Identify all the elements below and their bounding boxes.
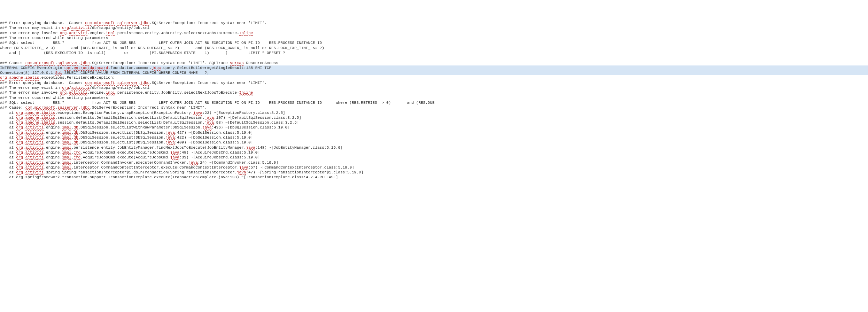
spellcheck-token: org — [16, 165, 23, 170]
log-viewer: ### Error querying database. Cause: com.… — [0, 20, 868, 181]
spellcheck-token: activiti — [25, 155, 44, 159]
log-line[interactable]: at org.activiti.engine.impl.persistence.… — [0, 145, 868, 150]
spellcheck-token: sqlserver — [57, 106, 78, 110]
log-line[interactable]: ### Cause: com.microsoft.sqlserver.jdbc.… — [0, 61, 868, 65]
spellcheck-token: com — [85, 21, 92, 25]
spellcheck-token: jdbc — [80, 61, 90, 65]
spellcheck-token: microsoft — [94, 21, 115, 25]
spellcheck-token: java — [205, 120, 214, 125]
spellcheck-token: activiti — [71, 26, 90, 30]
spellcheck-token: ibatis — [25, 76, 39, 80]
spellcheck-token: org — [16, 116, 23, 120]
log-line[interactable]: at org.springframework.transaction.suppo… — [0, 175, 868, 180]
spellcheck-token: impl — [106, 31, 115, 35]
spellcheck-token: activiti — [69, 91, 87, 95]
log-line[interactable]: at org.apache.ibatis.session.defaults.De… — [0, 120, 868, 125]
log-line[interactable]: at org.activiti.engine.impl.db.DbSqlSess… — [0, 125, 868, 130]
spellcheck-token: impl — [62, 155, 71, 159]
spellcheck-token: db — [73, 140, 78, 145]
spellcheck-token: apache — [9, 76, 23, 80]
spellcheck-token: java — [170, 155, 179, 159]
spellcheck-token: impl — [62, 135, 71, 140]
spellcheck-token: java — [246, 146, 255, 150]
log-line[interactable]: ### The error may exist in org/activiti/… — [0, 25, 868, 30]
spellcheck-token: java — [202, 125, 211, 130]
log-line[interactable]: at org.activiti.engine.impl.cmd.AcquireJ… — [0, 150, 868, 155]
spellcheck-token: cmd — [73, 150, 80, 155]
spellcheck-token: microsoft — [34, 61, 55, 65]
spellcheck-token: Inline — [239, 31, 253, 35]
spellcheck-token: cmd — [73, 155, 80, 159]
log-line[interactable]: at org.activiti.engine.impl.db.DbSqlSess… — [0, 140, 868, 145]
log-line[interactable]: at org.activiti.engine.impl.interceptor.… — [0, 165, 868, 170]
spellcheck-token: org — [60, 91, 67, 95]
spellcheck-token: apache — [25, 111, 39, 115]
spellcheck-token: java — [165, 135, 175, 140]
spellcheck-token: impl — [62, 140, 71, 145]
spellcheck-token: jdbc — [80, 106, 90, 110]
spellcheck-token: db — [73, 131, 78, 135]
spellcheck-token: impl — [62, 125, 71, 130]
log-line[interactable]: ### The error may involve org.activiti.e… — [0, 31, 868, 36]
log-line[interactable]: at org.activiti.spring.SpringTransaction… — [0, 170, 868, 175]
spellcheck-token: activiti — [25, 150, 44, 155]
log-line[interactable]: ### Error querying database. Cause: com.… — [0, 21, 868, 25]
spellcheck-token: org — [60, 31, 67, 35]
log-line[interactable]: ### The error occurred while setting par… — [0, 36, 868, 40]
spellcheck-token: com — [25, 61, 32, 65]
log-line[interactable]: ### The error occurred while setting par… — [0, 95, 868, 100]
log-line[interactable]: ### SQL: select RES.* from ACT_RU_JOB RE… — [0, 40, 868, 45]
spellcheck-token: org — [0, 76, 7, 80]
log-line[interactable]: org.apache.ibatis.exceptions.Persistence… — [0, 75, 868, 80]
spellcheck-token: activiti — [25, 146, 44, 150]
spellcheck-token: microsoft — [34, 106, 55, 110]
spellcheck-token: org — [16, 140, 23, 145]
log-line[interactable]: Connection(8)-127.0.0.1 Sql=SELECT CONFI… — [0, 70, 868, 75]
spellcheck-token: org — [16, 135, 23, 140]
spellcheck-token: activiti — [25, 125, 44, 130]
spellcheck-token: activiti — [25, 165, 44, 170]
log-line[interactable]: INTERNAL_CONFIG EventOrigin=com.entrustd… — [0, 65, 868, 70]
log-line[interactable]: at org.activiti.engine.impl.cmd.AcquireJ… — [0, 155, 868, 160]
spellcheck-token: impl — [106, 91, 115, 95]
spellcheck-token: impl — [62, 161, 71, 165]
spellcheck-token: sqlserver — [57, 61, 78, 65]
spellcheck-token: org — [62, 86, 69, 90]
spellcheck-token: vermas — [230, 61, 244, 65]
spellcheck-token: activiti — [25, 170, 44, 174]
spellcheck-token: com — [85, 81, 92, 85]
spellcheck-token: entrustdatacard — [73, 66, 108, 70]
spellcheck-token: impl — [62, 146, 71, 150]
spellcheck-token: java — [188, 161, 197, 165]
log-line[interactable]: at org.apache.ibatis.exceptions.Exceptio… — [0, 110, 868, 115]
log-line[interactable]: where (RES.RETRIES_ > 0) and (RES.DUEDAT… — [0, 46, 868, 50]
spellcheck-token: ibatis — [41, 111, 55, 115]
log-line[interactable]: ### Error querying database. Cause: com.… — [0, 80, 868, 85]
log-line[interactable]: at org.activiti.engine.impl.db.DbSqlSess… — [0, 135, 868, 140]
log-line[interactable]: ### The error may involve org.activiti.e… — [0, 90, 868, 95]
log-line[interactable]: at org.activiti.engine.impl.db.DbSqlSess… — [0, 130, 868, 135]
spellcheck-token: java — [239, 165, 248, 170]
spellcheck-token: sqlserver — [117, 81, 138, 85]
spellcheck-token: org — [16, 125, 23, 130]
spellcheck-token: java — [237, 170, 246, 174]
spellcheck-token: org — [16, 155, 23, 159]
spellcheck-token: activiti — [25, 161, 44, 165]
log-line[interactable]: ### The error may exist in org/activiti/… — [0, 85, 868, 90]
spellcheck-token: org — [16, 170, 23, 174]
spellcheck-token: org — [16, 111, 23, 115]
log-line[interactable]: at org.activiti.engine.impl.interceptor.… — [0, 160, 868, 165]
log-line[interactable]: and ( (RES.EXECUTION_ID_ is null) or (PI… — [0, 50, 868, 55]
log-line[interactable] — [0, 55, 868, 60]
log-line[interactable]: at org.apache.ibatis.session.defaults.De… — [0, 115, 868, 120]
log-line[interactable]: ### SQL: select RES.* from ACT_RU_JOB RE… — [0, 100, 868, 105]
spellcheck-token: com — [25, 106, 32, 110]
spellcheck-token: microsoft — [94, 81, 115, 85]
spellcheck-token: apache — [25, 116, 39, 120]
spellcheck-token: com — [64, 66, 71, 70]
log-line[interactable]: ### Cause: com.microsoft.sqlserver.jdbc.… — [0, 105, 868, 110]
spellcheck-token: impl — [62, 165, 71, 170]
spellcheck-token: org — [16, 161, 23, 165]
spellcheck-token: ibatis — [41, 120, 55, 125]
spellcheck-token: org — [16, 131, 23, 135]
